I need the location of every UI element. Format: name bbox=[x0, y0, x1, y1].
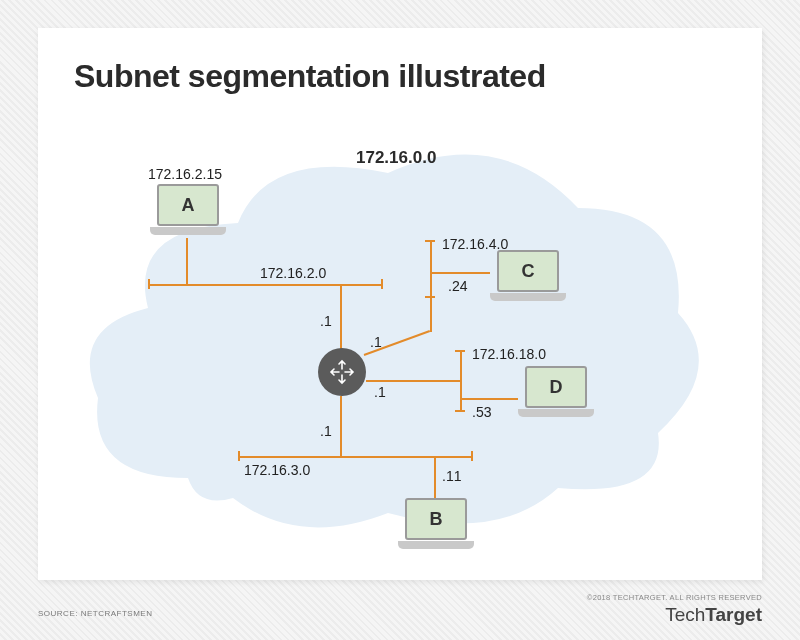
host-c-octet: .24 bbox=[448, 278, 467, 294]
tick bbox=[381, 279, 383, 289]
brand-logo: TechTarget bbox=[587, 604, 762, 626]
host-d: D bbox=[518, 366, 594, 422]
router-octet-s2: .1 bbox=[320, 313, 332, 329]
host-a-ip: 172.16.2.15 bbox=[148, 166, 222, 182]
subnet18-cidr: 172.16.18.0 bbox=[472, 346, 546, 362]
link-b-subnet3 bbox=[434, 458, 436, 498]
subnet-bar-3 bbox=[238, 456, 473, 458]
footer-right: ©2018 TECHTARGET. ALL RIGHTS RESERVED Te… bbox=[587, 593, 762, 626]
tick bbox=[425, 296, 435, 298]
subnet-bar-18 bbox=[460, 350, 462, 412]
tick bbox=[455, 350, 465, 352]
host-a: A bbox=[150, 184, 226, 240]
tick bbox=[455, 410, 465, 412]
host-b-letter: B bbox=[430, 509, 443, 530]
host-c-letter: C bbox=[522, 261, 535, 282]
link-a-subnet2 bbox=[186, 238, 188, 284]
router-octet-s18: .1 bbox=[374, 384, 386, 400]
copyright-text: ©2018 TECHTARGET. ALL RIGHTS RESERVED bbox=[587, 593, 762, 602]
tick bbox=[238, 451, 240, 461]
diagram-title: Subnet segmentation illustrated bbox=[74, 58, 546, 95]
source-credit: SOURCE: NETCRAFTSMEN bbox=[38, 609, 152, 618]
subnet-bar-2 bbox=[148, 284, 383, 286]
host-d-letter: D bbox=[550, 377, 563, 398]
tick bbox=[148, 279, 150, 289]
network-ip-label: 172.16.0.0 bbox=[356, 148, 436, 168]
subnet3-cidr: 172.16.3.0 bbox=[244, 462, 310, 478]
brand-bold: Target bbox=[705, 604, 762, 625]
tick bbox=[425, 240, 435, 242]
host-d-octet: .53 bbox=[472, 404, 491, 420]
subnet2-cidr: 172.16.2.0 bbox=[260, 265, 326, 281]
link-router-subnet3 bbox=[340, 396, 342, 456]
host-a-letter: A bbox=[182, 195, 195, 216]
subnet-bar-4 bbox=[430, 240, 432, 298]
router-octet-s3: .1 bbox=[320, 423, 332, 439]
link-router-right bbox=[366, 380, 462, 382]
brand-light: Tech bbox=[665, 604, 705, 625]
host-b: B bbox=[398, 498, 474, 554]
host-c: C bbox=[490, 250, 566, 306]
diagram-canvas: Subnet segmentation illustrated 172.16.0… bbox=[38, 28, 762, 580]
tick bbox=[471, 451, 473, 461]
link-d-subnet18 bbox=[462, 398, 518, 400]
link-router-subnet2 bbox=[340, 286, 342, 350]
link-c-subnet4 bbox=[432, 272, 490, 274]
host-b-octet: .11 bbox=[442, 468, 461, 484]
router-icon bbox=[318, 348, 366, 396]
